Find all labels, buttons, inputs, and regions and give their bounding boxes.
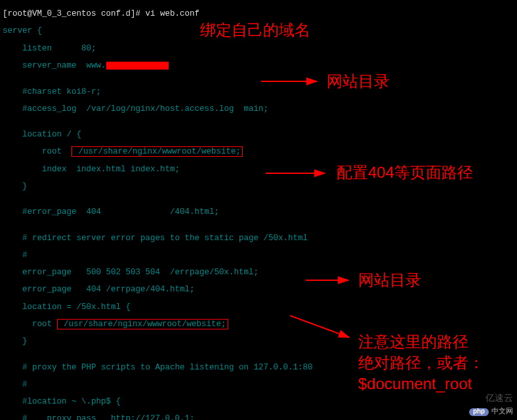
cnnet-label: 中文网: [491, 408, 513, 416]
cfg-err404: error_page 404 /errpage/404.html;: [3, 285, 514, 294]
annotation-path-l2: 绝对路径，或者：: [358, 354, 484, 371]
annotation-404: 配置404等页面路径: [337, 164, 473, 180]
cfg-proxypass: # proxy_pass http://127.0.0.1;: [3, 415, 514, 420]
cfg-loc50x: location = /50x.html {: [3, 303, 514, 312]
cfg-root-pre1: root: [3, 147, 72, 156]
cfg-close-1: }: [3, 182, 514, 191]
cfg-charset: #charset koi8-r;: [3, 88, 514, 96]
prompt: [root@VM_0_3_centos conf.d]#: [3, 9, 146, 18]
command: vi web.conf: [146, 9, 200, 18]
cfg-location-root: location / {: [3, 131, 514, 139]
root-path-box-2: /usr/share/nginx/wwwroot/website;: [57, 319, 228, 329]
cfg-errorpage-c: #error_page 404 /404.html;: [3, 208, 514, 217]
cfg-loc-php-proxy: #location ~ \.php$ {: [3, 398, 514, 406]
cfg-hash-1: #: [3, 251, 514, 260]
php-badge: php: [469, 408, 489, 417]
cfg-servername: server_name www.: [3, 61, 106, 70]
root-path-box-1: /usr/share/nginx/wwwroot/website;: [72, 146, 243, 157]
annotation-webdir-2: 网站目录: [358, 272, 421, 288]
cfg-err500: error_page 500 502 503 504 /errpage/50x.…: [3, 268, 514, 277]
annotation-path-l3: $document_root: [358, 375, 472, 392]
yi-watermark: 亿速云: [486, 393, 513, 403]
annotation-path-l1: 注意这里的路径: [358, 333, 468, 350]
cfg-redirect-c: # redirect server error pages to the sta…: [3, 234, 514, 243]
cfg-root-pre2: root: [3, 320, 57, 329]
cfg-listen: listen 80;: [3, 45, 514, 53]
domain-mask: [106, 62, 169, 70]
cfg-accesslog: #access_log /var/log/nginx/host.access.l…: [3, 105, 514, 114]
php-watermark: php 中文网: [469, 408, 513, 417]
annotation-domain: 绑定自己的域名: [200, 22, 310, 38]
annotation-webdir-1: 网站目录: [327, 73, 390, 89]
